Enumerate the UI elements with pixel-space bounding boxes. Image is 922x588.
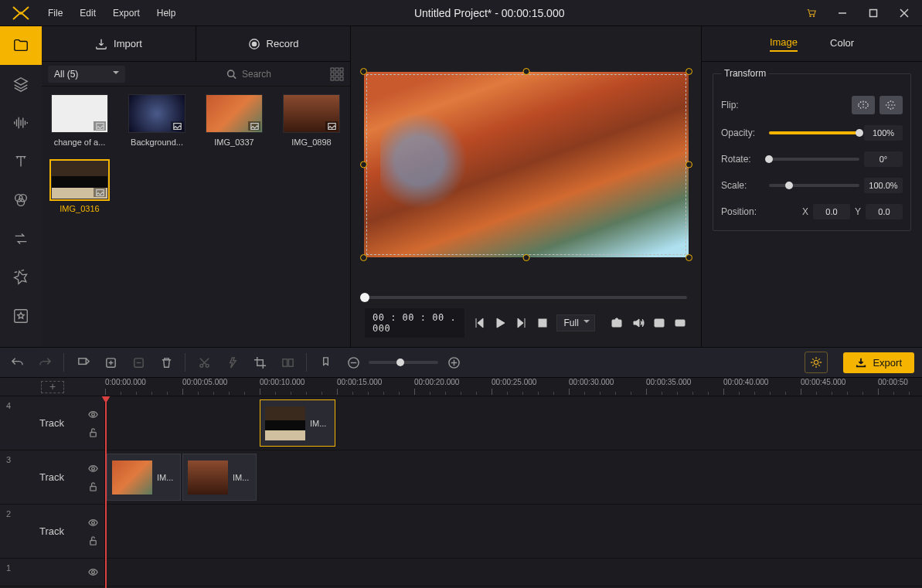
volume-button[interactable] xyxy=(631,314,645,331)
pos-y-input[interactable]: 0.0 xyxy=(866,204,903,219)
scale-label: Scale: xyxy=(721,180,764,191)
media-item-label: IMG_0316 xyxy=(60,204,99,213)
resize-handle[interactable] xyxy=(522,68,529,75)
preview-area[interactable] xyxy=(351,26,701,290)
rotate-value[interactable]: 0° xyxy=(864,151,903,167)
tab-color[interactable]: Color xyxy=(830,37,854,51)
media-item[interactable]: IMG_0316 xyxy=(49,161,110,213)
lock-icon[interactable] xyxy=(88,481,98,491)
resize-handle[interactable] xyxy=(360,68,367,75)
zoom-slider[interactable] xyxy=(369,361,438,364)
grid-view-button[interactable] xyxy=(330,67,344,81)
scale-dropdown[interactable]: Full xyxy=(556,314,594,331)
visibility-icon[interactable] xyxy=(88,567,98,577)
minimize-button[interactable] xyxy=(828,2,857,25)
rail-audio-button[interactable] xyxy=(0,104,42,142)
remove-marker-button[interactable] xyxy=(129,353,148,372)
mark-in-button[interactable] xyxy=(73,353,92,372)
record-button[interactable]: Record xyxy=(196,26,350,61)
flip-horizontal-button[interactable] xyxy=(852,96,875,114)
zoom-out-button[interactable] xyxy=(344,353,362,372)
next-frame-button[interactable] xyxy=(515,314,528,331)
scale-slider[interactable] xyxy=(769,184,859,187)
media-item[interactable]: IMG_0337 xyxy=(204,94,264,147)
maximize-button[interactable] xyxy=(859,2,888,25)
menu-edit[interactable]: Edit xyxy=(73,5,102,22)
resize-handle[interactable] xyxy=(686,161,692,168)
prev-frame-button[interactable] xyxy=(472,314,485,331)
rail-layers-button[interactable] xyxy=(0,65,42,104)
rail-favorites-button[interactable] xyxy=(0,297,42,335)
track-lane[interactable]: IM... xyxy=(105,396,922,450)
timeline-clip[interactable]: IM... xyxy=(182,454,257,501)
track-lane[interactable] xyxy=(105,559,922,586)
scrub-bar[interactable] xyxy=(351,290,701,305)
media-item[interactable]: Background... xyxy=(127,94,187,147)
media-search-input[interactable] xyxy=(222,66,322,83)
scrub-knob[interactable] xyxy=(360,293,369,302)
lock-icon[interactable] xyxy=(88,427,98,437)
preview-frame[interactable] xyxy=(364,72,689,257)
media-filter-dropdown[interactable]: All (5) xyxy=(48,66,125,83)
track-lane[interactable]: IM... IM... xyxy=(105,450,922,504)
track-lane[interactable] xyxy=(105,505,922,558)
tab-image[interactable]: Image xyxy=(770,36,798,52)
menu-help[interactable]: Help xyxy=(151,5,182,22)
close-button[interactable] xyxy=(890,2,919,25)
rail-elements-button[interactable] xyxy=(0,258,42,297)
resize-handle[interactable] xyxy=(686,68,692,75)
play-button[interactable] xyxy=(494,314,507,331)
export-button[interactable]: Export xyxy=(843,352,914,373)
cut-button[interactable] xyxy=(195,353,213,372)
marker-button[interactable] xyxy=(316,353,335,372)
rail-transitions-button[interactable] xyxy=(0,219,42,258)
playhead[interactable] xyxy=(105,396,107,588)
timeline-clip[interactable]: IM... xyxy=(260,399,335,447)
opacity-slider[interactable] xyxy=(769,131,859,134)
redo-button[interactable] xyxy=(36,353,54,372)
cart-icon[interactable] xyxy=(797,2,826,25)
media-item[interactable]: change of a... xyxy=(49,94,110,147)
visibility-icon[interactable] xyxy=(88,518,98,528)
delete-button[interactable] xyxy=(157,353,175,372)
lock-icon[interactable] xyxy=(88,535,98,546)
scale-value[interactable]: 100.0% xyxy=(864,178,903,193)
opacity-value[interactable]: 100% xyxy=(864,125,903,141)
rail-text-button[interactable] xyxy=(0,142,42,181)
resize-handle[interactable] xyxy=(686,254,692,261)
resize-handle[interactable] xyxy=(522,254,529,261)
group-button[interactable] xyxy=(278,353,297,372)
timeline-clip[interactable]: IM... xyxy=(107,454,181,501)
rotate-slider[interactable] xyxy=(769,158,859,161)
menu-file[interactable]: File xyxy=(42,5,69,22)
zoom-in-button[interactable] xyxy=(444,353,463,372)
media-item[interactable]: IMG_0898 xyxy=(281,94,342,147)
svg-rect-47 xyxy=(90,486,96,491)
flip-vertical-button[interactable] xyxy=(879,96,903,114)
import-button[interactable]: Import xyxy=(42,26,196,61)
crop-button[interactable] xyxy=(250,353,269,372)
timeline-settings-button[interactable] xyxy=(805,352,828,373)
stop-button[interactable] xyxy=(536,314,549,331)
separator xyxy=(306,353,307,372)
timeline-ruler[interactable]: 0:00:00.00000:00:05.00000:00:10.00000:00… xyxy=(105,378,922,396)
visibility-icon[interactable] xyxy=(88,464,98,474)
fullscreen-button[interactable] xyxy=(674,314,687,331)
snapshot-button[interactable] xyxy=(611,314,624,331)
pos-x-input[interactable]: 0.0 xyxy=(813,204,850,219)
undo-button[interactable] xyxy=(8,353,26,372)
add-track-button[interactable]: + xyxy=(41,381,64,393)
resize-handle[interactable] xyxy=(360,161,367,168)
zoom-knob[interactable] xyxy=(396,359,404,366)
aspect-button[interactable] xyxy=(652,314,665,331)
resize-handle[interactable] xyxy=(360,254,367,261)
menu-export[interactable]: Export xyxy=(107,5,146,22)
clip-label: IM... xyxy=(157,473,173,482)
media-item-label: IMG_0898 xyxy=(291,138,331,147)
rail-media-button[interactable] xyxy=(0,26,42,65)
visibility-icon[interactable] xyxy=(88,410,98,420)
add-marker-button[interactable] xyxy=(101,353,120,372)
properties-panel: Image Color Transform Flip: Opacity: 100… xyxy=(702,26,922,347)
speed-button[interactable] xyxy=(223,353,241,372)
rail-effects-button[interactable] xyxy=(0,181,42,219)
